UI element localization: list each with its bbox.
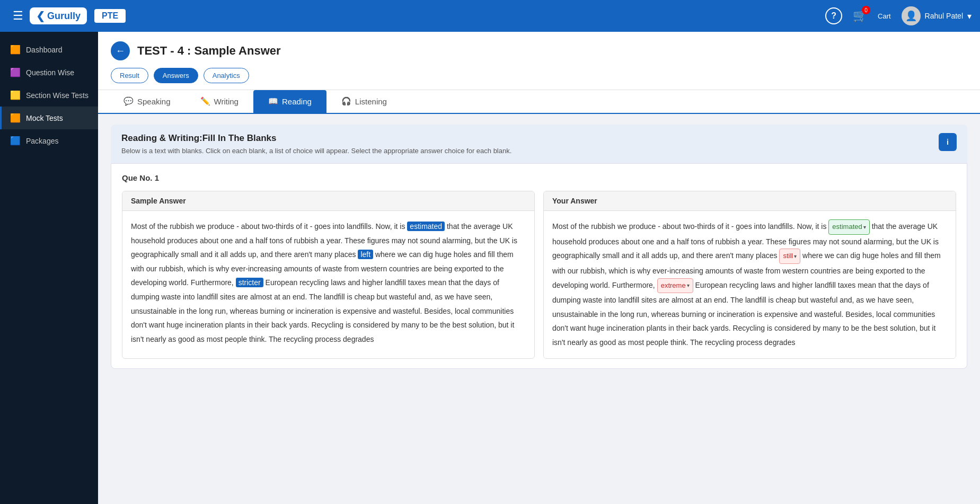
listening-icon: 🎧 [341,96,351,106]
dropdown-arrow-3: ▾ [687,280,690,290]
word-extreme-your[interactable]: extreme ▾ [657,278,693,294]
section-wise-icon: 🟨 [10,90,21,100]
sidebar-item-dashboard[interactable]: 🟧 Dashboard [0,38,98,61]
sidebar-item-mock-tests[interactable]: 🟧 Mock Tests [0,107,98,129]
info-button[interactable]: i [939,133,957,151]
sidebar-label-dashboard: Dashboard [26,46,63,54]
tab-result[interactable]: Result [111,68,148,83]
packages-icon: 🟦 [10,136,21,146]
hamburger-icon[interactable]: ☰ [13,9,23,23]
word-still-your[interactable]: still ▾ [779,249,800,264]
speaking-icon: 💬 [123,96,134,106]
tab-listening[interactable]: 🎧 Listening [326,90,402,114]
nav-icons: ? 🛒 0 Cart 👤 Rahul Patel ▾ [825,6,972,25]
passage-mid3-your: European recycling laws and higher landf… [552,281,935,347]
dropdown-arrow-2: ▾ [794,251,797,261]
user-dropdown-icon: ▾ [967,11,972,21]
your-answer-header: Your Answer [544,191,956,211]
reading-label: Reading [282,97,312,106]
help-icon[interactable]: ? [825,7,842,24]
tab-writing[interactable]: ✏️ Writing [186,90,253,114]
sidebar-label-packages: Packages [26,137,58,145]
section-tabs: 💬 Speaking ✏️ Writing 📖 Reading 🎧 Listen… [98,90,980,114]
reading-section: Reading & Writing:Fill In The Blanks Bel… [98,114,980,379]
back-button[interactable]: ← [111,41,130,60]
your-answer-panel: Your Answer Most of the rubbish we produ… [543,191,956,359]
passage-intro-your: Most of the rubbish we produce - about t… [552,222,828,231]
logo-text: Gurully [47,11,81,22]
passage-intro-sample: Most of the rubbish we produce - about t… [131,222,407,231]
sample-answer-header: Sample Answer [122,191,534,211]
passage-mid3-sample: European recycling laws and higher landf… [131,278,514,343]
user-menu[interactable]: 👤 Rahul Patel ▾ [902,6,972,25]
word-stricter-sample: stricter [236,278,263,287]
section-description: Below is a text with blanks. Click on ea… [121,147,511,155]
tab-speaking[interactable]: 💬 Speaking [109,90,186,114]
pte-badge: PTE [93,8,127,24]
tab-reading[interactable]: 📖 Reading [253,90,326,114]
writing-icon: ✏️ [200,96,210,106]
sidebar-item-question-wise[interactable]: 🟪 Question Wise [0,61,98,84]
sidebar-item-section-wise-tests[interactable]: 🟨 Section Wise Tests [0,84,98,107]
sidebar-item-packages[interactable]: 🟦 Packages [0,129,98,152]
tab-answers[interactable]: Answers [154,68,198,83]
page-tabs: Result Answers Analytics [111,68,967,83]
page-title-row: ← TEST - 4 : Sample Answer [111,41,967,60]
mock-tests-icon: 🟧 [10,113,21,123]
word-estimated-your[interactable]: estimated ▾ [828,219,869,235]
section-title: Reading & Writing:Fill In The Blanks [121,133,511,144]
cart-badge: 0 [862,6,870,14]
reading-icon: 📖 [268,96,278,106]
sidebar-label-section-wise: Section Wise Tests [26,91,89,100]
speaking-label: Speaking [137,97,171,106]
word-left-sample: left [358,250,373,259]
sidebar-label-question-wise: Question Wise [26,68,74,77]
user-avatar: 👤 [902,6,921,25]
word-estimated-sample: estimated [407,222,445,231]
section-header-text: Reading & Writing:Fill In The Blanks Bel… [121,133,511,155]
tab-analytics[interactable]: Analytics [204,68,249,83]
question-block: Que No. 1 Sample Answer Most of the rubb… [111,163,967,369]
page-title: TEST - 4 : Sample Answer [137,44,281,58]
question-number: Que No. 1 [122,173,956,182]
cart-icon[interactable]: 🛒 0 [853,9,867,23]
question-wise-icon: 🟪 [10,67,21,77]
dashboard-icon: 🟧 [10,45,21,55]
top-navigation: ☰ ❮ Gurully PTE ? 🛒 0 Cart 👤 Rahul Patel… [0,0,980,32]
logo: ❮ Gurully [30,7,87,24]
sidebar-label-mock-tests: Mock Tests [26,114,63,122]
sidebar: 🟧 Dashboard 🟪 Question Wise 🟨 Section Wi… [0,32,98,504]
sample-answer-panel: Sample Answer Most of the rubbish we pro… [122,191,535,359]
cart-label: Cart [878,12,891,20]
content-area: ← TEST - 4 : Sample Answer Result Answer… [98,32,980,504]
main-layout: 🟧 Dashboard 🟪 Question Wise 🟨 Section Wi… [0,32,980,504]
listening-label: Listening [355,97,387,106]
section-header: Reading & Writing:Fill In The Blanks Bel… [111,125,967,163]
logo-arrow: ❮ [36,10,45,22]
user-name: Rahul Patel [925,12,963,20]
your-answer-body: Most of the rubbish we produce - about t… [544,211,956,358]
sample-answer-body: Most of the rubbish we produce - about t… [122,211,534,355]
dropdown-arrow-1: ▾ [863,222,866,232]
page-header: ← TEST - 4 : Sample Answer Result Answer… [98,32,980,90]
writing-label: Writing [214,97,239,106]
answer-panels: Sample Answer Most of the rubbish we pro… [122,191,956,359]
